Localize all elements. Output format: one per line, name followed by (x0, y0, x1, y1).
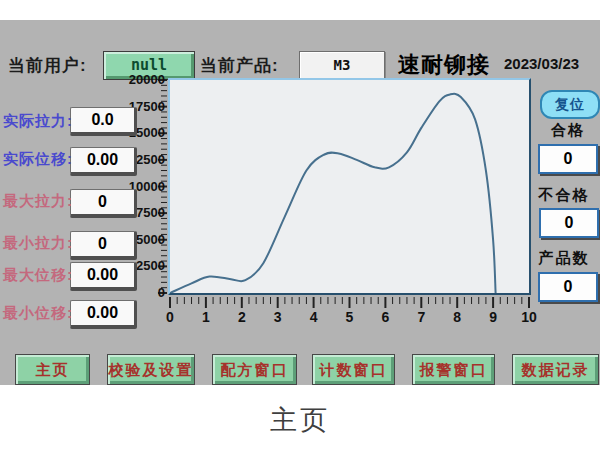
actual-force-label: 实际拉力: (3, 112, 73, 131)
max-displacement-label: 最大位移: (3, 266, 73, 285)
nav-count-window-button[interactable]: 计数窗口 (312, 354, 395, 385)
min-displacement-label: 最小位移: (3, 304, 73, 323)
date-display: 2023/03/23 (504, 55, 579, 72)
actual-displacement-display: 0.00 (70, 147, 137, 176)
current-product-label: 当前产品: (200, 54, 279, 77)
product-count-label: 产品数 (528, 249, 600, 268)
max-force-display: 0 (70, 189, 137, 218)
product-count-display: 0 (538, 272, 598, 302)
qualified-count-display: 0 (538, 144, 598, 174)
max-force-label: 最大拉力: (3, 192, 73, 211)
qualified-label: 合格 (538, 121, 598, 140)
current-product-field[interactable]: M3 (299, 51, 385, 79)
nav-data-record-button[interactable]: 数据记录 (512, 354, 599, 385)
min-force-display: 0 (70, 231, 137, 260)
nav-home-button[interactable]: 主页 (15, 354, 90, 385)
force-curve-chart (168, 78, 531, 295)
reset-button[interactable]: 复位 (540, 90, 600, 119)
page-caption: 主页 (0, 402, 600, 438)
actual-displacement-label: 实际位移: (3, 150, 73, 169)
force-curve (170, 80, 529, 293)
brand-title: 速耐铆接 (398, 50, 490, 80)
nav-recipe-window-button[interactable]: 配方窗口 (212, 354, 297, 385)
max-displacement-display: 0.00 (70, 262, 137, 291)
actual-force-display: 0.0 (70, 107, 137, 136)
current-user-label: 当前用户: (8, 54, 87, 77)
min-force-label: 最小拉力: (3, 234, 73, 253)
min-displacement-display: 0.00 (70, 300, 137, 329)
nav-alarm-window-button[interactable]: 报警窗口 (412, 354, 495, 385)
unqualified-label: 不合格 (528, 186, 600, 205)
hmi-screen: 当前用户: null 当前产品: M3 速耐铆接 2023/03/23 实际拉力… (0, 0, 600, 450)
nav-calibration-settings-button[interactable]: 校验及设置 (107, 354, 195, 385)
unqualified-count-display: 0 (539, 208, 599, 238)
current-user-button[interactable]: null (103, 51, 195, 80)
